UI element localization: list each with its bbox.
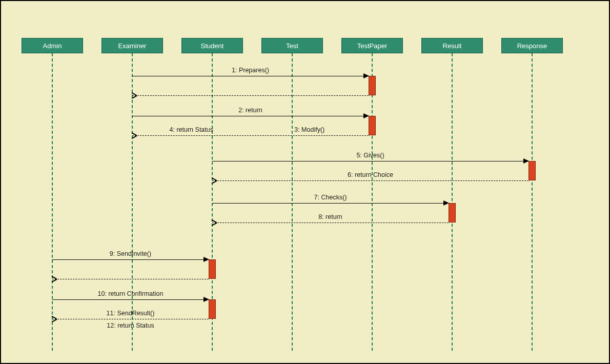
arrow-right-icon [363, 113, 369, 118]
lifeline-result [452, 53, 453, 351]
actor-result: Result [421, 38, 483, 53]
msg-sendinvite: 9: SendInvite() [52, 259, 209, 260]
arrow-left-icon [132, 132, 137, 138]
msg-label: 5: Gives() [212, 152, 528, 159]
msg-label: 4: return Status [132, 126, 251, 133]
activation [528, 161, 536, 180]
msg-label: 12: return Status [52, 322, 209, 329]
msg-modify-return: 3: Modify() 4: return Status [132, 135, 369, 136]
msg-label: 8: return [212, 213, 449, 220]
msg-return-8: 8: return [212, 223, 449, 223]
msg-sendresult: 11: SendResult() 12: return Status [52, 319, 209, 319]
msg-gives: 5: Gives() [212, 161, 528, 161]
actor-label: Student [201, 42, 224, 50]
msg-label: 11: SendResult() [52, 310, 209, 317]
actor-label: Result [443, 42, 462, 50]
msg-label: 2: return [132, 107, 369, 114]
msg-prepares: 1: Prepares() [132, 76, 369, 76]
arrow-left-icon [52, 316, 57, 322]
msg-label: 1: Prepares() [132, 67, 369, 74]
sequence-diagram: Admin Examiner Student Test TestPaper Re… [0, 0, 610, 364]
lifeline-admin [52, 53, 53, 351]
arrow-left-icon [52, 276, 57, 282]
arrow-left-icon [212, 219, 217, 226]
actor-label: Response [517, 42, 547, 50]
actor-label: Examiner [118, 42, 147, 50]
msg-label: 9: SendInvite() [52, 250, 209, 257]
actor-admin: Admin [22, 38, 83, 53]
arrow-right-icon [443, 200, 449, 206]
actor-label: Admin [43, 42, 62, 50]
msg-return-2: 2: return [132, 116, 369, 116]
arrow-right-icon [363, 73, 369, 78]
msg-return [132, 95, 369, 96]
msg-label: 7: Checks() [212, 194, 449, 201]
actor-testpaper: TestPaper [341, 38, 403, 53]
lifeline-response [532, 53, 533, 351]
msg-return-choice: 6: return Choice [212, 180, 528, 181]
arrow-right-icon [204, 297, 209, 302]
arrow-right-icon [523, 158, 529, 164]
actor-student: Student [181, 38, 243, 53]
actor-response: Response [501, 38, 563, 53]
lifeline-testpaper [372, 53, 373, 351]
arrow-left-icon [212, 177, 217, 184]
msg-return-confirmation: 10: return Confirmation [52, 299, 209, 300]
actor-examiner: Examiner [101, 38, 163, 53]
msg-label: 3: Modify() [251, 126, 369, 133]
activation [369, 76, 376, 95]
activation [449, 203, 456, 223]
msg-return-blank [52, 279, 209, 279]
actor-label: Test [286, 42, 298, 50]
msg-label: 6: return Choice [212, 171, 528, 178]
activation [209, 259, 216, 279]
activation [209, 299, 216, 319]
actor-label: TestPaper [357, 42, 388, 50]
actor-test: Test [261, 38, 323, 53]
msg-checks: 7: Checks() [212, 203, 449, 204]
arrow-left-icon [132, 92, 137, 98]
arrow-right-icon [204, 257, 209, 262]
activation [369, 116, 376, 135]
lifeline-test [292, 53, 293, 351]
msg-label: 10: return Confirmation [52, 290, 209, 297]
